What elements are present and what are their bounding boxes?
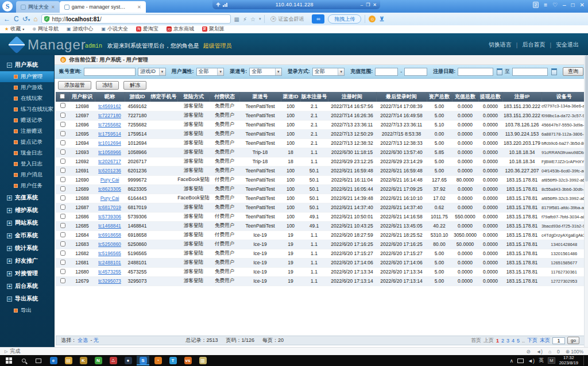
download-icon[interactable]: ⊻ (379, 16, 384, 23)
expand-icon[interactable]: + (7, 259, 12, 264)
volume-icon[interactable]: ◄) (528, 358, 535, 364)
recharge-to-input[interactable] (404, 68, 427, 76)
select-all-checkbox[interactable] (60, 94, 65, 99)
sidebar-item-用户任务[interactable]: 用户任务 (0, 180, 54, 191)
pin-icon[interactable] (216, 2, 220, 7)
prev-page-link[interactable]: 上页 (483, 337, 494, 344)
rdp-minimize-button[interactable]: – (361, 2, 363, 7)
switch-language-link[interactable]: 切换语言 (489, 41, 512, 49)
user-nickname-link[interactable]: tc1468841 (98, 223, 121, 229)
refresh-button[interactable]: C (14, 16, 19, 22)
explorer-icon[interactable]: ▤ (62, 356, 75, 365)
user-nickname-link[interactable]: tc7227180 (98, 113, 121, 118)
user-nickname-link[interactable]: tc5196565 (98, 251, 121, 256)
row-checkbox[interactable] (60, 214, 65, 219)
select-all-link[interactable]: 全选 (78, 337, 88, 343)
user-nickname-link[interactable]: tc5250860 (98, 241, 121, 247)
user-nickname-link[interactable]: Pury Cai (100, 195, 119, 201)
row-checkbox[interactable] (60, 131, 65, 136)
home-button[interactable]: ⌂ (33, 16, 37, 22)
tab-close-icon[interactable]: ✕ (51, 5, 55, 10)
sidebar-section-7[interactable]: +好友推广 (0, 255, 54, 267)
first-page-link[interactable]: 首页 (471, 337, 481, 344)
ime-indicator[interactable]: M (548, 357, 555, 364)
sidebar-item-用户消息[interactable]: 用户消息 (0, 169, 54, 180)
search-icon[interactable] (17, 356, 30, 365)
tab-home[interactable]: 网址大全 ✕ (16, 1, 60, 13)
user-nickname-link[interactable]: tc2488101 (98, 260, 121, 265)
lock-icon[interactable]: ⌂ (548, 349, 551, 355)
hotword-ticker[interactable]: ✕ 证监会辟谣 (270, 16, 304, 23)
expand-icon[interactable]: + (7, 195, 12, 201)
user-attr-select[interactable]: 全部▼ (196, 68, 225, 76)
bookmark-item-2[interactable]: ⊕网址导航 (32, 25, 59, 33)
bookmark-star-icon[interactable]: ☆ (250, 16, 256, 22)
scrollbar-thumb[interactable] (585, 55, 588, 182)
expand-icon[interactable]: − (7, 63, 12, 68)
login-method-select[interactable]: 全部▼ (312, 68, 345, 76)
row-checkbox[interactable] (60, 223, 65, 228)
bookmark-item-5[interactable]: 淘爱淘宝 (136, 25, 158, 33)
close-button[interactable]: ✕ (580, 2, 585, 8)
search-type-select[interactable]: 游戏ID▼ (138, 68, 166, 76)
page-link-2[interactable]: 2 (501, 338, 504, 344)
user-nickname-link[interactable]: tc6817019 (98, 205, 121, 210)
clock[interactable]: 17:322023/8/19 (559, 356, 578, 365)
backend-home-link[interactable]: 后台首页 (522, 41, 545, 49)
menu-icon[interactable]: ≡ (544, 2, 547, 8)
rdp-restore-button[interactable]: ❐ (366, 2, 370, 7)
page-scrollbar[interactable] (584, 55, 588, 347)
sidebar-item-现金日志[interactable]: 现金日志 (0, 148, 54, 159)
channel-select[interactable]: 全部▼ (249, 68, 282, 76)
app-icon-clock[interactable]: ◔ (152, 356, 164, 365)
app-icon-vs[interactable]: vs (181, 356, 194, 365)
current-page[interactable]: 1 (496, 338, 499, 344)
app-icon-key[interactable]: K (77, 356, 90, 365)
date-from-input[interactable] (458, 68, 493, 76)
sidebar-section-5[interactable]: +金币系统 (0, 229, 54, 242)
maximize-button[interactable]: □ (571, 2, 575, 8)
row-checkbox[interactable] (60, 177, 65, 182)
user-nickname-link[interactable]: tc6201236 (98, 168, 121, 174)
download-counter[interactable]: 0 (557, 349, 560, 355)
tab-close-icon[interactable]: ✕ (137, 5, 141, 10)
row-checkbox[interactable] (60, 168, 65, 173)
sidebar-item-赠送记录[interactable]: 赠送记录 (0, 115, 54, 126)
sidebar-section-8[interactable]: +对接管理 (0, 267, 54, 280)
user-nickname-link[interactable]: tc8623305 (98, 186, 121, 192)
sidebar-item-用户管理[interactable]: 用户管理 (0, 71, 54, 82)
select-none-link[interactable]: 无 (94, 337, 99, 343)
minimize-button[interactable]: – (563, 2, 566, 8)
sidebar-item-注册赠送[interactable]: 注册赠送 (0, 126, 54, 137)
search-button[interactable]: 查询 (563, 67, 583, 76)
app-icon-blue[interactable]: T (167, 356, 179, 365)
network-icon[interactable] (517, 359, 524, 363)
row-checkbox[interactable] (60, 241, 65, 246)
expand-icon[interactable]: + (7, 233, 12, 238)
start-button[interactable] (2, 356, 15, 365)
bookmark-item-1[interactable]: ★收藏▾ (5, 25, 24, 33)
cloud-drive-icon[interactable]: ∞ (312, 14, 324, 24)
bookmark-item-7[interactable]: 聚聚划算 (202, 25, 225, 33)
drag-upload-button[interactable]: 拖拽上传 (328, 14, 361, 24)
row-checkbox[interactable] (60, 195, 65, 201)
bookmark-item-3[interactable]: ▣游戏中心 (67, 25, 94, 33)
task-view-icon[interactable] (32, 356, 45, 365)
row-checkbox[interactable] (60, 159, 65, 164)
zoom-level[interactable]: ⊕ 100% (566, 349, 583, 355)
row-checkbox[interactable] (60, 103, 65, 108)
expand-icon[interactable]: + (7, 246, 12, 251)
row-checkbox[interactable] (60, 140, 65, 145)
safety-icon[interactable]: ⊘ (527, 349, 531, 355)
add-admin-button[interactable]: 添加超管 (58, 81, 91, 90)
user-nickname-link[interactable]: tc5739306 (98, 214, 121, 219)
freeze-button[interactable]: 冻结 (96, 81, 119, 90)
speed-badge[interactable]: 2 (533, 2, 539, 8)
sidebar-item-登入日志[interactable]: 登入日志 (0, 159, 54, 169)
row-checkbox[interactable] (60, 232, 65, 237)
page-link-5[interactable]: 5 (517, 338, 520, 344)
chevron-down-icon[interactable]: ▾ (259, 17, 261, 21)
user-nickname-link[interactable]: tc7255682 (98, 122, 121, 128)
row-checkbox[interactable] (60, 113, 65, 118)
sogou-logo-icon[interactable]: S (2, 1, 13, 11)
